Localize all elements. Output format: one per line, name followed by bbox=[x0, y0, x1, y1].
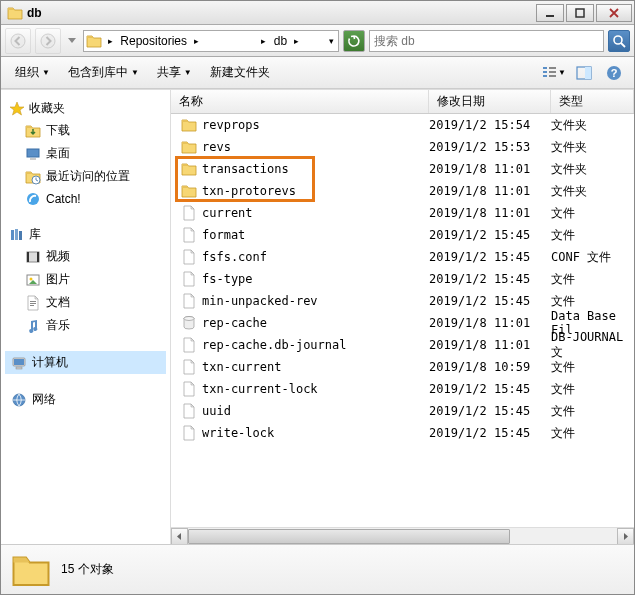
file-icon bbox=[181, 227, 197, 243]
sidebar-item-computer[interactable]: 计算机 bbox=[5, 351, 166, 374]
scroll-left-button[interactable] bbox=[171, 528, 188, 544]
svg-rect-17 bbox=[549, 67, 556, 69]
file-icon bbox=[181, 381, 197, 397]
address-bar[interactable]: ▸ Repositories ▸ ▸ db ▸ ▾ bbox=[83, 30, 339, 52]
sidebar-item-recent[interactable]: 最近访问的位置 bbox=[5, 165, 166, 188]
file-row[interactable]: txn-current2019/1/8 10:59文件 bbox=[171, 356, 634, 378]
file-icon bbox=[181, 359, 197, 375]
include-menu[interactable]: 包含到库中 ▼ bbox=[62, 60, 145, 85]
folder-icon bbox=[181, 183, 197, 199]
file-list: 名称 修改日期 类型 revprops2019/1/2 15:54文件夹revs… bbox=[171, 90, 634, 544]
file-row[interactable]: revprops2019/1/2 15:54文件夹 bbox=[171, 114, 634, 136]
minimize-button[interactable] bbox=[536, 4, 564, 22]
scroll-right-button[interactable] bbox=[617, 528, 634, 544]
status-text: 15 个对象 bbox=[61, 561, 114, 578]
refresh-button[interactable] bbox=[343, 30, 365, 52]
back-button[interactable] bbox=[5, 28, 31, 54]
sidebar-item-downloads[interactable]: 下载 bbox=[5, 119, 166, 142]
view-menu[interactable]: ▼ bbox=[542, 62, 566, 84]
maximize-button[interactable] bbox=[566, 4, 594, 22]
svg-text:?: ? bbox=[611, 67, 618, 79]
file-icon bbox=[181, 249, 197, 265]
svg-rect-30 bbox=[37, 252, 39, 262]
sidebar-item-documents[interactable]: 文档 bbox=[5, 291, 166, 314]
file-row[interactable]: uuid2019/1/2 15:45文件 bbox=[171, 400, 634, 422]
preview-pane-button[interactable] bbox=[572, 62, 596, 84]
svg-rect-10 bbox=[576, 9, 584, 17]
horizontal-scrollbar[interactable] bbox=[171, 527, 634, 544]
file-rows: revprops2019/1/2 15:54文件夹revs2019/1/2 15… bbox=[171, 114, 634, 527]
close-button[interactable] bbox=[596, 4, 632, 22]
file-icon bbox=[181, 205, 197, 221]
breadcrumb-segment[interactable]: ▸ db ▸ bbox=[257, 32, 303, 50]
file-row[interactable]: revs2019/1/2 15:53文件夹 bbox=[171, 136, 634, 158]
status-bar: 15 个对象 bbox=[1, 544, 634, 594]
document-icon bbox=[25, 295, 41, 311]
folder-icon bbox=[181, 139, 197, 155]
sidebar-libraries-header[interactable]: 库 bbox=[5, 224, 166, 245]
svg-rect-15 bbox=[543, 71, 547, 73]
file-row[interactable]: write-lock2019/1/2 15:45文件 bbox=[171, 422, 634, 444]
body: 收藏夹 下载 桌面 最近访问的位置 Catch! 库 视频 图片 文档 音乐 计… bbox=[1, 89, 634, 544]
svg-point-11 bbox=[11, 34, 25, 48]
explorer-window: db ▸ Repositories ▸ ▸ db ▸ ▾ 组织 ▼ 包含到库中 … bbox=[0, 0, 635, 595]
file-icon bbox=[181, 271, 197, 287]
music-icon bbox=[25, 318, 41, 334]
column-date[interactable]: 修改日期 bbox=[429, 90, 551, 113]
sidebar-item-music[interactable]: 音乐 bbox=[5, 314, 166, 337]
sidebar-item-network[interactable]: 网络 bbox=[5, 388, 166, 411]
file-row[interactable]: format2019/1/2 15:45文件 bbox=[171, 224, 634, 246]
sidebar-item-desktop[interactable]: 桌面 bbox=[5, 142, 166, 165]
file-row[interactable]: txn-protorevs2019/1/8 11:01文件夹 bbox=[171, 180, 634, 202]
svg-rect-24 bbox=[27, 149, 39, 157]
file-row[interactable]: current2019/1/8 11:01文件 bbox=[171, 202, 634, 224]
help-button[interactable]: ? bbox=[602, 62, 626, 84]
file-icon bbox=[181, 337, 197, 353]
breadcrumb-segment-blank[interactable] bbox=[205, 39, 255, 43]
folder-icon bbox=[86, 33, 102, 49]
svg-rect-16 bbox=[543, 75, 547, 77]
svg-rect-19 bbox=[549, 75, 556, 77]
catch-icon bbox=[25, 191, 41, 207]
column-name[interactable]: 名称 bbox=[171, 90, 429, 113]
new-folder-button[interactable]: 新建文件夹 bbox=[204, 60, 276, 85]
search-input[interactable] bbox=[374, 34, 599, 48]
folder-icon bbox=[181, 161, 197, 177]
picture-icon bbox=[25, 272, 41, 288]
file-row[interactable]: transactions2019/1/8 11:01文件夹 bbox=[171, 158, 634, 180]
folder-icon bbox=[181, 117, 197, 133]
history-dropdown[interactable] bbox=[65, 28, 79, 54]
column-headers: 名称 修改日期 类型 bbox=[171, 90, 634, 114]
db-icon bbox=[181, 315, 197, 331]
nav-bar: ▸ Repositories ▸ ▸ db ▸ ▾ bbox=[1, 25, 634, 57]
recent-icon bbox=[25, 169, 41, 185]
sidebar-item-videos[interactable]: 视频 bbox=[5, 245, 166, 268]
sidebar-favorites-header[interactable]: 收藏夹 bbox=[5, 98, 166, 119]
svg-rect-29 bbox=[27, 252, 29, 262]
download-icon bbox=[25, 123, 41, 139]
svg-rect-18 bbox=[549, 71, 556, 73]
scroll-thumb[interactable] bbox=[188, 529, 510, 544]
svg-rect-21 bbox=[585, 67, 591, 79]
folder-icon bbox=[7, 5, 23, 21]
file-row[interactable]: rep-cache.db-journal2019/1/8 11:01DB-JOU… bbox=[171, 334, 634, 356]
window-title: db bbox=[27, 6, 536, 20]
search-button[interactable] bbox=[608, 30, 630, 52]
desktop-icon bbox=[25, 146, 41, 162]
svg-rect-35 bbox=[30, 305, 34, 306]
sidebar-item-pictures[interactable]: 图片 bbox=[5, 268, 166, 291]
share-menu[interactable]: 共享 ▼ bbox=[151, 60, 198, 85]
file-row[interactable]: txn-current-lock2019/1/2 15:45文件 bbox=[171, 378, 634, 400]
sidebar-item-catch[interactable]: Catch! bbox=[5, 188, 166, 210]
forward-button[interactable] bbox=[35, 28, 61, 54]
svg-rect-25 bbox=[30, 158, 36, 160]
search-box[interactable] bbox=[369, 30, 604, 52]
titlebar: db bbox=[1, 1, 634, 25]
address-dropdown[interactable]: ▾ bbox=[327, 34, 336, 48]
file-row[interactable]: fsfs.conf2019/1/2 15:45CONF 文件 bbox=[171, 246, 634, 268]
organize-menu[interactable]: 组织 ▼ bbox=[9, 60, 56, 85]
breadcrumb-segment[interactable]: ▸ Repositories ▸ bbox=[104, 32, 203, 50]
file-row[interactable]: fs-type2019/1/2 15:45文件 bbox=[171, 268, 634, 290]
column-type[interactable]: 类型 bbox=[551, 90, 634, 113]
video-icon bbox=[25, 249, 41, 265]
